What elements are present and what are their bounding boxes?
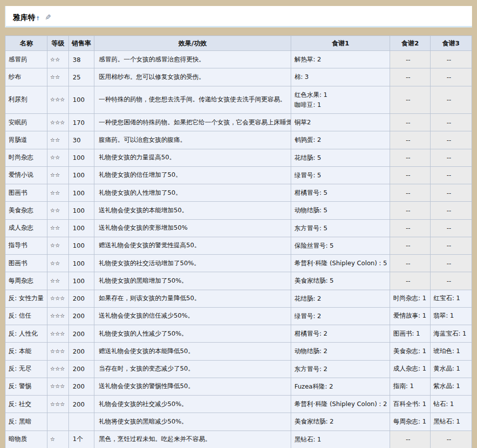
table-row: 图画书☆☆100礼物使女孩的社交活动增加了50%。希普利·科隆 (Shipley… (5, 255, 472, 272)
item-name-cell: 反: 信任 (5, 307, 47, 325)
table-row: 胃肠道☆☆30腹痛药。可以治愈女孩的腹痛。鹌鹑蛋: 2---- (5, 131, 472, 149)
recipe2-cell: -- (390, 431, 430, 448)
table-row: 爱情小说☆☆100礼物使女孩的信任增加了50。绿冒号: 5---- (5, 166, 472, 184)
recipe2-cell: -- (390, 272, 430, 290)
grade-stars-cell: ☆☆ (47, 202, 68, 219)
item-name-cell: 胃肠道 (5, 131, 47, 149)
item-name-cell: 利尿剂 (5, 86, 47, 114)
grade-stars-cell: ☆☆ (47, 131, 68, 149)
grade-stars-cell: ☆☆ (47, 51, 68, 68)
sales-rate-cell: 100 (68, 149, 94, 166)
recipe3-cell: 海蓝宝石: 1 (430, 325, 472, 343)
column-header-name: 名称 (5, 36, 47, 51)
table-row: 图画书☆☆100礼物使女孩的人性增加了50。柑橘冒号: 5---- (5, 184, 472, 202)
recipe-line: 希普利·科隆 (Shipley Colon) : 2 (294, 399, 386, 409)
recipe3-cell: 紫水晶: 1 (430, 378, 472, 395)
item-name-cell: 每周杂志 (5, 272, 47, 290)
recipe3-cell: -- (430, 431, 472, 448)
sales-rate-cell: 1个 (68, 431, 94, 448)
recipe2-cell: -- (390, 237, 430, 254)
recipe-line: 铜草2 (294, 117, 386, 127)
recipe2-cell: -- (390, 149, 430, 166)
grade-stars-cell: ☆☆☆ (47, 114, 68, 131)
recipe2-cell: -- (390, 131, 430, 149)
effect-cell: 礼物使女孩的人性增加了50。 (94, 184, 291, 202)
recipe3-cell: -- (430, 237, 472, 254)
recipe-line: 绿冒号: 5 (294, 170, 386, 180)
recipe2-cell: -- (390, 202, 430, 219)
item-name-cell: 图画书 (5, 184, 47, 202)
recipe2-cell: -- (390, 255, 430, 272)
table-row: 感冒药☆☆38感冒药。一个女孩的感冒治愈得更快。解热草: 2---- (5, 51, 472, 68)
item-name-cell: 反: 女性力量 (5, 290, 47, 307)
recipe3-cell: -- (430, 114, 472, 131)
recipe-line: 解热草: 2 (294, 54, 386, 64)
recipe3-cell: 黑钻石: 1 (430, 413, 472, 431)
effect-cell: 礼物使女孩的力量提高50。 (94, 149, 291, 166)
column-header-recipe1: 食谱1 (291, 36, 390, 51)
recipe2-cell: -- (390, 114, 430, 131)
table-row: 每周杂志☆☆100礼物使女孩的黑暗增加了50%。美食家结肠: 5---- (5, 272, 472, 290)
sales-rate-cell: 100 (68, 219, 94, 237)
recipe1-cell: 铜草2 (291, 114, 390, 131)
effect-cell: 礼物会使女孩的社交减少50%。 (94, 396, 291, 413)
edit-pencil-icon[interactable]: ✎ (45, 9, 51, 26)
item-name-cell: 时尚杂志 (5, 149, 47, 166)
recipe-line: 绿冒号: 2 (294, 311, 386, 321)
grade-stars-cell: ☆☆ (47, 166, 68, 184)
effect-cell: 送礼物会使女孩的变形增加50% (94, 219, 291, 237)
recipe1-cell: 柑橘冒号: 2 (291, 325, 390, 343)
table-row: 纱布☆☆25医用棉纱布。您可以修复女孩的受伤。棉: 3---- (5, 68, 472, 86)
recipe1-cell: 动物结肠: 2 (291, 343, 390, 360)
recipe2-cell: -- (390, 51, 430, 68)
recipe3-cell: -- (430, 86, 472, 114)
recipe1-cell: 红色水果: 1咖啡豆: 1 (291, 86, 390, 114)
recipe-line: 花结肠: 2 (294, 294, 386, 304)
grade-stars-cell: ☆☆ (47, 255, 68, 272)
grade-stars-cell (47, 413, 68, 431)
recipe1-cell: 解热草: 2 (291, 51, 390, 68)
sales-rate-cell: 200 (68, 360, 94, 378)
recipe-line: Fuzea科隆: 2 (294, 382, 386, 392)
recipe3-cell: 琥珀色: 1 (430, 343, 472, 360)
effect-cell: 送礼物会使女孩的信任减少50%。 (94, 307, 291, 325)
dagger-link[interactable]: † (36, 15, 39, 21)
sales-rate-cell: 100 (68, 255, 94, 272)
recipe1-cell: 柑橘冒号: 5 (291, 184, 390, 202)
effect-cell: 腹痛药。可以治愈女孩的腹痛。 (94, 131, 291, 149)
recipe2-cell: -- (390, 86, 430, 114)
recipe-line: 动物结肠: 2 (294, 346, 386, 356)
effect-cell: 礼物将使女孩的黑暗减少50%。 (94, 413, 291, 431)
grade-stars-cell: ☆☆☆ (47, 290, 68, 307)
item-name-cell: 反: 社交 (5, 396, 47, 413)
recipe1-cell: 希普利·科隆 (Shipley Colon) : 2 (291, 396, 390, 413)
item-name-cell: 反: 警惕 (5, 378, 47, 395)
recipe1-cell: 美食家结肠: 5 (291, 272, 390, 290)
column-header-recipe3: 食谱3 (430, 36, 472, 51)
recipe-line: 美食家结肠: 2 (294, 417, 386, 427)
sales-rate-cell: 100 (68, 86, 94, 114)
grade-stars-cell: ☆☆☆ (47, 325, 68, 343)
page-title: 雅库特 (13, 13, 35, 22)
sales-rate-cell: 200 (68, 378, 94, 395)
table-row: 时尚杂志☆☆100礼物使女孩的力量提高50。花结肠: 5---- (5, 149, 472, 166)
item-name-cell: 纱布 (5, 68, 47, 86)
item-name-cell: 感冒药 (5, 51, 47, 68)
recipe-line: 美食家结肠: 5 (294, 276, 386, 286)
item-name-cell: 指导书 (5, 237, 47, 254)
table-row: 反: 黑暗礼物将使女孩的黑暗减少50%。美食家结肠: 2每周杂志: 1黑钻石: … (5, 413, 472, 431)
grade-stars-cell: ☆☆ (47, 149, 68, 166)
effect-cell: 一种特殊的药物，使您想去洗手间。传递给女孩使去洗手间更容易。 (94, 86, 291, 114)
items-table: 名称 等级 销售率 效果/功效 食谱1 食谱2 食谱3 感冒药☆☆38感冒药。一… (5, 35, 472, 448)
effect-cell: 当存在时，女孩的变态减少了50。 (94, 360, 291, 378)
recipe2-cell: -- (390, 184, 430, 202)
effect-cell: 送礼物会使女孩的本能增加50。 (94, 202, 291, 219)
recipe3-cell: -- (430, 202, 472, 219)
page-header: 雅库特† ✎ (5, 6, 472, 27)
effect-cell: 礼物使女孩的社交活动增加了50%。 (94, 255, 291, 272)
recipe3-cell: -- (430, 184, 472, 202)
sales-rate-cell: 38 (68, 51, 94, 68)
recipe1-cell: 东方冒号: 5 (291, 219, 390, 237)
sales-rate-cell: 100 (68, 272, 94, 290)
recipe3-cell: 翡翠: 1 (430, 307, 472, 325)
